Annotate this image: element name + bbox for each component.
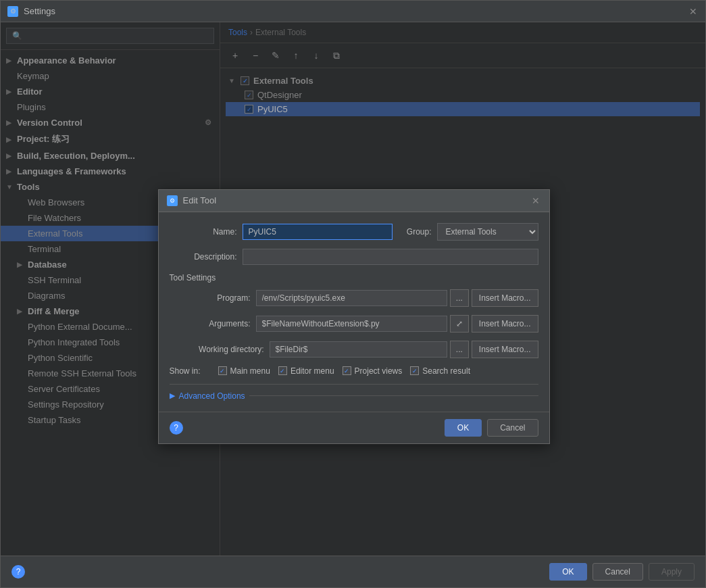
modal-footer-buttons: OK Cancel: [445, 419, 538, 437]
main-content: ▶ Appearance & Behavior Keymap ▶ Editor …: [1, 22, 705, 556]
program-browse-button[interactable]: ...: [450, 289, 469, 307]
name-input[interactable]: [243, 224, 393, 240]
edit-tool-modal: ⚙ Edit Tool ✕ Name: Group: External Tool…: [158, 189, 550, 444]
arguments-input[interactable]: [256, 316, 447, 332]
main-menu-checkbox[interactable]: ✓: [218, 366, 227, 375]
arguments-edit-button[interactable]: ⤢: [450, 315, 469, 333]
close-button[interactable]: ✕: [688, 6, 699, 17]
program-input[interactable]: [256, 290, 447, 306]
main-footer: ? OK Cancel Apply: [1, 556, 705, 587]
arguments-insert-macro-button[interactable]: Insert Macro...: [472, 315, 538, 333]
project-views-checkbox[interactable]: ✓: [343, 366, 351, 375]
working-dir-insert-macro-button[interactable]: Insert Macro...: [472, 341, 538, 358]
modal-overlay: ⚙ Edit Tool ✕ Name: Group: External Tool…: [1, 22, 705, 556]
window-title: Settings: [24, 6, 55, 16]
modal-footer: ? OK Cancel: [159, 412, 549, 443]
modal-close-button[interactable]: ✕: [530, 195, 541, 206]
description-row: Description:: [170, 249, 538, 265]
tool-settings-section-title: Tool Settings: [170, 273, 538, 283]
settings-window: ⚙ Settings ✕ ▶ Appearance & Behavior Key…: [0, 0, 706, 588]
working-dir-row: Working directory: ... Insert Macro...: [170, 341, 538, 358]
name-group-row: Name: Group: External Tools: [170, 223, 538, 241]
modal-title-bar-left: ⚙ Edit Tool: [167, 195, 217, 206]
working-dir-browse-button[interactable]: ...: [450, 341, 469, 358]
arguments-field-group: ⤢ Insert Macro...: [256, 315, 538, 333]
advanced-options-section[interactable]: ▶ Advanced Options: [170, 384, 538, 401]
modal-body: Name: Group: External Tools Description:: [159, 212, 549, 412]
advanced-chevron-icon: ▶: [170, 391, 175, 400]
advanced-options-label: Advanced Options: [179, 391, 245, 401]
show-in-row: Show in: ✓ Main menu ✓ Editor menu ✓ Pro…: [170, 366, 538, 376]
editor-menu-checkbox[interactable]: ✓: [278, 366, 287, 375]
working-dir-input[interactable]: [270, 341, 447, 358]
modal-cancel-button[interactable]: Cancel: [487, 419, 538, 437]
search-result-label: Search result: [422, 366, 470, 376]
show-in-main-menu[interactable]: ✓ Main menu: [218, 366, 270, 376]
program-label: Program:: [183, 293, 251, 303]
program-row: Program: ... Insert Macro...: [170, 289, 538, 307]
description-input[interactable]: [243, 249, 538, 265]
show-in-editor-menu[interactable]: ✓ Editor menu: [278, 366, 334, 376]
apply-button[interactable]: Apply: [649, 563, 695, 581]
working-dir-label: Working directory:: [183, 345, 264, 354]
modal-title: Edit Tool: [183, 195, 217, 205]
program-insert-macro-button[interactable]: Insert Macro...: [472, 289, 538, 307]
cancel-button[interactable]: Cancel: [592, 563, 643, 581]
ok-button[interactable]: OK: [549, 563, 586, 581]
footer-buttons: OK Cancel Apply: [549, 563, 695, 581]
arguments-label: Arguments:: [183, 319, 251, 328]
description-field-label: Description:: [170, 252, 237, 262]
show-in-label: Show in:: [170, 366, 210, 376]
name-field-label: Name:: [170, 227, 237, 237]
modal-icon: ⚙: [167, 195, 178, 206]
advanced-divider: [249, 395, 538, 396]
title-bar-left: ⚙ Settings: [7, 6, 55, 17]
editor-menu-label: Editor menu: [291, 366, 334, 376]
group-select[interactable]: External Tools: [437, 223, 538, 241]
show-in-project-views[interactable]: ✓ Project views: [343, 366, 403, 376]
group-field-label: Group:: [398, 227, 432, 237]
help-button[interactable]: ?: [11, 565, 25, 579]
modal-title-bar: ⚙ Edit Tool ✕: [159, 190, 549, 212]
program-field-group: ... Insert Macro...: [256, 289, 538, 307]
main-menu-label: Main menu: [230, 366, 270, 376]
modal-help-button[interactable]: ?: [170, 421, 183, 435]
project-views-label: Project views: [355, 366, 403, 376]
working-dir-field-group: ... Insert Macro...: [270, 341, 538, 358]
settings-window-icon: ⚙: [7, 6, 18, 17]
modal-ok-button[interactable]: OK: [445, 419, 482, 437]
show-in-search-result[interactable]: ✓ Search result: [410, 366, 470, 376]
arguments-row: Arguments: ⤢ Insert Macro...: [170, 315, 538, 333]
title-bar: ⚙ Settings ✕: [1, 1, 705, 22]
search-result-checkbox[interactable]: ✓: [410, 366, 419, 375]
